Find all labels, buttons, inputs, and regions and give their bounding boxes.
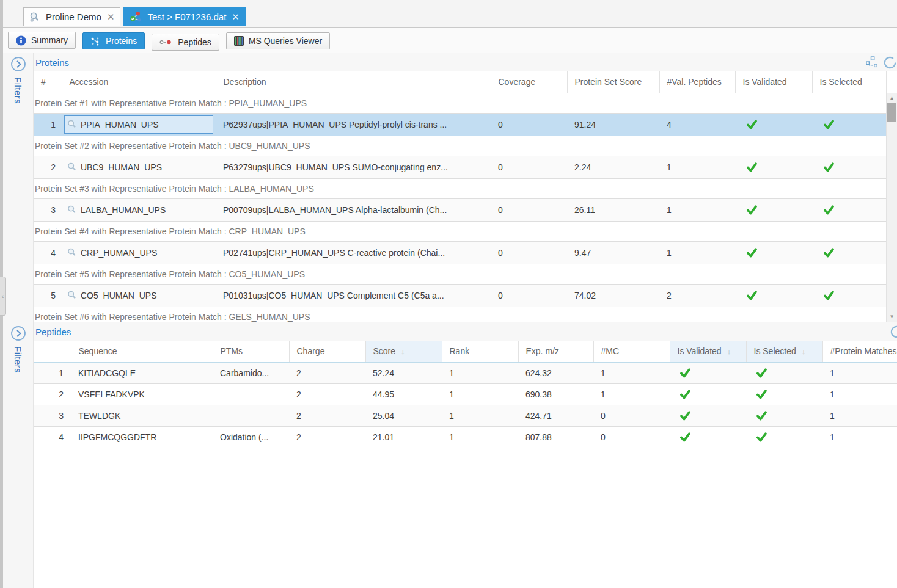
column-header-charge[interactable]: Charge xyxy=(289,341,365,362)
peptide-row-tewldgk[interactable]: 3TEWLDGK225.041424.7101 xyxy=(34,405,897,426)
scroll-thumb[interactable] xyxy=(887,103,896,122)
summary-button[interactable]: Summary xyxy=(8,32,76,49)
tab-proline-demo[interactable]: Proline Demo✕ xyxy=(23,7,120,26)
protein-row-crp-human-ups[interactable]: 4CRP_HUMAN_UPSP02741ups|CRP_HUMAN_UPS C-… xyxy=(34,241,886,264)
protein-row-ppia-human-ups[interactable]: 1PPIA_HUMAN_UPSP62937ups|PPIA_HUMAN_UPS … xyxy=(34,113,886,136)
column-header-exp-m-z[interactable]: Exp. m/z xyxy=(518,341,593,362)
refresh-icon[interactable] xyxy=(883,56,897,70)
column-header-score[interactable]: Score↓ xyxy=(365,341,442,362)
accession-cell[interactable]: UBC9_HUMAN_UPS xyxy=(64,158,213,176)
accession-cell[interactable]: PPIA_HUMAN_UPS xyxy=(64,115,213,134)
column-header-num[interactable]: # xyxy=(34,71,62,93)
accession-label: CO5_HUMAN_UPS xyxy=(81,291,156,300)
accession-label: CRP_HUMAN_UPS xyxy=(81,248,157,258)
expand-filters-icon[interactable] xyxy=(10,56,26,72)
proteins-button[interactable]: Proteins xyxy=(82,32,145,49)
group-header-text: Protein Set #3 with Representative Prote… xyxy=(34,178,886,198)
check-icon xyxy=(746,205,758,215)
row-number: 2 xyxy=(34,383,71,405)
tab-close-icon[interactable]: ✕ xyxy=(107,12,115,21)
protein-set-score-cell: 26.11 xyxy=(567,198,659,221)
column-header-ptms[interactable]: PTMs xyxy=(213,341,289,362)
is-selected-cell xyxy=(812,284,886,307)
protein-row-co5-human-ups[interactable]: 5CO5_HUMAN_UPSP01031ups|CO5_HUMAN_UPS Co… xyxy=(34,284,886,307)
protein-set-group-row: Protein Set #4 with Representative Prote… xyxy=(34,221,886,241)
sequence-cell: TEWLDGK xyxy=(71,405,213,426)
expand-filters-icon[interactable] xyxy=(10,325,26,341)
description-cell: P02741ups|CRP_HUMAN_UPS C-reactive prote… xyxy=(216,241,491,264)
scroll-down-icon[interactable]: ▼ xyxy=(887,314,897,320)
exp-mz-cell: 624.32 xyxy=(518,362,593,383)
column-header-is-selected[interactable]: Is Selected↓ xyxy=(746,341,822,362)
column-header-rank[interactable]: Rank xyxy=(442,341,518,362)
sort-desc-icon: ↓ xyxy=(802,347,806,356)
search-gear-icon xyxy=(29,12,41,23)
peptide-row-vsfelfadkvpk[interactable]: 2VSFELFADKVPK244.951690.3811 xyxy=(34,383,897,405)
accession-cell[interactable]: CO5_HUMAN_UPS xyxy=(64,286,213,305)
description-cell: P01031ups|CO5_HUMAN_UPS Complement C5 (C… xyxy=(216,284,491,307)
peptides-button[interactable]: Peptides xyxy=(152,34,219,51)
val-peptides-cell: 4 xyxy=(659,113,735,136)
group-header-text: Protein Set #6 with Representative Prote… xyxy=(34,307,886,322)
button-label: Peptides xyxy=(178,37,211,47)
ptms-cell xyxy=(213,405,289,426)
magnifier-icon xyxy=(67,120,77,129)
proteins-title: Proteins xyxy=(35,57,69,68)
column-header-coverage[interactable]: Coverage xyxy=(491,71,567,93)
column-header-description[interactable]: Description xyxy=(216,71,491,93)
molecule-icon xyxy=(130,11,142,23)
is-validated-cell xyxy=(670,405,746,426)
group-header-text: Protein Set #2 with Representative Prote… xyxy=(34,136,886,156)
protein-row-lalba-human-ups[interactable]: 3LALBA_HUMAN_UPSP00709ups|LALBA_HUMAN_UP… xyxy=(34,198,886,221)
scroll-up-icon[interactable]: ▲ xyxy=(887,95,897,101)
score-cell: 44.95 xyxy=(365,383,442,405)
button-label: MS Queries Viewer xyxy=(249,36,322,46)
peptides-filters-rail: Filters xyxy=(3,322,34,588)
peptide-row-iipgfmcqggdftr[interactable]: 4IIPGFMCQGGDFTROxidation (...221.011807.… xyxy=(34,426,897,448)
rank-cell: 1 xyxy=(442,426,518,448)
charge-cell: 2 xyxy=(289,405,365,426)
tab-close-icon[interactable]: ✕ xyxy=(232,12,240,21)
sort-desc-icon: ↓ xyxy=(727,347,731,356)
check-icon xyxy=(823,248,835,258)
row-number: 4 xyxy=(34,426,71,448)
check-icon xyxy=(823,205,835,215)
magnifier-icon xyxy=(67,248,77,257)
check-icon xyxy=(756,411,767,421)
column-header-sequence[interactable]: Sequence xyxy=(71,341,213,362)
column-header-is-validated[interactable]: Is Validated xyxy=(735,71,812,93)
column-header-protein-set-score[interactable]: Protein Set Score xyxy=(567,71,659,93)
is-selected-cell xyxy=(812,241,886,264)
charge-cell: 2 xyxy=(289,383,365,405)
button-label: Summary xyxy=(31,35,68,45)
row-number: 3 xyxy=(34,405,71,426)
column-header-val-peptides[interactable]: #Val. Peptides xyxy=(659,71,735,93)
table-layout-icon[interactable] xyxy=(866,56,879,68)
ms-queries-viewer-button[interactable]: MS Queries Viewer xyxy=(226,32,330,49)
filters-label: Filters xyxy=(13,346,23,373)
score-cell: 25.04 xyxy=(365,405,442,426)
tab-label: Proline Demo xyxy=(46,12,101,22)
column-header-protein-matches[interactable]: #Protein Matches xyxy=(822,341,897,362)
column-header-num[interactable] xyxy=(34,341,71,362)
column-header-accession[interactable]: Accession xyxy=(62,71,216,93)
check-icon xyxy=(679,390,691,399)
column-header-is-selected[interactable]: Is Selected xyxy=(812,71,886,93)
protein-row-ubc9-human-ups[interactable]: 2UBC9_HUMAN_UPSP63279ups|UBC9_HUMAN_UPS … xyxy=(34,156,886,178)
peptides-table: SequencePTMsChargeScore↓RankExp. m/z#MCI… xyxy=(34,341,897,588)
column-header-is-validated[interactable]: Is Validated↓ xyxy=(670,341,746,362)
refresh-icon[interactable] xyxy=(890,325,897,339)
column-header-mc[interactable]: #MC xyxy=(593,341,670,362)
tab-test-f071236-dat[interactable]: Test > F071236.dat✕ xyxy=(123,7,245,26)
proline-app-window: ‹ Proline Demo✕Test > F071236.dat✕ Summa… xyxy=(0,0,897,588)
is-selected-cell xyxy=(746,362,822,383)
protein-nodes-icon xyxy=(90,37,101,46)
exp-mz-cell: 690.38 xyxy=(518,383,593,405)
peptide-row-kitiadcgqle[interactable]: 1KITIADCGQLECarbamido...252.241624.3211 xyxy=(34,362,897,383)
view-toolbar: SummaryProteinsPeptidesMS Queries Viewer xyxy=(0,28,897,53)
accession-cell[interactable]: LALBA_HUMAN_UPS xyxy=(64,201,213,219)
splitter-handle[interactable]: ‹ xyxy=(0,277,6,316)
accession-cell[interactable]: CRP_HUMAN_UPS xyxy=(64,244,213,262)
magnifier-icon xyxy=(67,162,77,172)
vertical-scrollbar[interactable]: ▲ ▼ xyxy=(887,93,897,322)
